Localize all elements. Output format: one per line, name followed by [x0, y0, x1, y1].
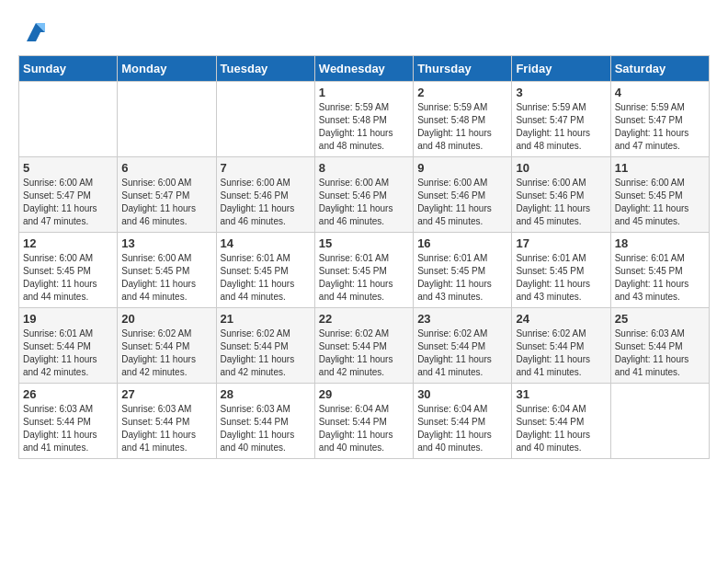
day-info: Sunrise: 6:01 AM Sunset: 5:45 PM Dayligh… [516, 252, 606, 304]
calendar-cell: 23 Sunrise: 6:02 AM Sunset: 5:44 PM Dayl… [414, 308, 512, 384]
calendar-cell: 11 Sunrise: 6:00 AM Sunset: 5:45 PM Dayl… [610, 157, 709, 233]
calendar-cell: 9 Sunrise: 6:00 AM Sunset: 5:46 PM Dayli… [414, 157, 512, 233]
day-info: Sunrise: 6:03 AM Sunset: 5:44 PM Dayligh… [221, 403, 311, 454]
calendar-cell: 4 Sunrise: 5:59 AM Sunset: 5:47 PM Dayli… [610, 82, 709, 157]
day-number: 9 [417, 161, 507, 175]
calendar-week-row: 26 Sunrise: 6:03 AM Sunset: 5:44 PM Dayl… [19, 384, 710, 459]
day-info: Sunrise: 6:00 AM Sunset: 5:46 PM Dayligh… [319, 177, 409, 228]
calendar-table: SundayMondayTuesdayWednesdayThursdayFrid… [18, 55, 710, 459]
day-number: 12 [23, 236, 113, 250]
column-header-monday: Monday [118, 56, 216, 82]
calendar-cell: 13 Sunrise: 6:00 AM Sunset: 5:45 PM Dayl… [118, 233, 216, 308]
day-info: Sunrise: 6:00 AM Sunset: 5:45 PM Dayligh… [121, 252, 211, 304]
day-info: Sunrise: 6:02 AM Sunset: 5:44 PM Dayligh… [221, 327, 311, 379]
calendar-week-row: 5 Sunrise: 6:00 AM Sunset: 5:47 PM Dayli… [19, 157, 710, 233]
calendar-cell: 7 Sunrise: 6:00 AM Sunset: 5:46 PM Dayli… [216, 157, 314, 233]
day-number: 5 [23, 161, 113, 175]
day-number: 28 [221, 387, 311, 401]
day-info: Sunrise: 5:59 AM Sunset: 5:48 PM Dayligh… [319, 101, 409, 153]
day-number: 11 [615, 161, 705, 175]
calendar-cell: 22 Sunrise: 6:02 AM Sunset: 5:44 PM Dayl… [314, 308, 413, 384]
day-number: 30 [417, 387, 507, 401]
calendar-cell: 20 Sunrise: 6:02 AM Sunset: 5:44 PM Dayl… [118, 308, 216, 384]
day-info: Sunrise: 6:00 AM Sunset: 5:46 PM Dayligh… [417, 177, 507, 228]
calendar-header-row: SundayMondayTuesdayWednesdayThursdayFrid… [19, 56, 710, 82]
calendar-week-row: 12 Sunrise: 6:00 AM Sunset: 5:45 PM Dayl… [19, 233, 710, 308]
day-info: Sunrise: 6:03 AM Sunset: 5:44 PM Dayligh… [23, 403, 113, 454]
day-info: Sunrise: 6:02 AM Sunset: 5:44 PM Dayligh… [417, 327, 507, 379]
column-header-saturday: Saturday [610, 56, 709, 82]
day-number: 17 [516, 236, 606, 250]
day-info: Sunrise: 6:00 AM Sunset: 5:46 PM Dayligh… [516, 177, 606, 228]
calendar-cell: 10 Sunrise: 6:00 AM Sunset: 5:46 PM Dayl… [512, 157, 610, 233]
calendar-cell: 29 Sunrise: 6:04 AM Sunset: 5:44 PM Dayl… [314, 384, 413, 459]
day-number: 27 [121, 387, 211, 401]
day-number: 23 [417, 312, 507, 326]
day-number: 3 [516, 86, 606, 99]
calendar-cell [118, 82, 216, 157]
day-number: 18 [615, 236, 705, 250]
column-header-thursday: Thursday [414, 56, 512, 82]
day-info: Sunrise: 6:04 AM Sunset: 5:44 PM Dayligh… [417, 403, 507, 454]
calendar-cell: 21 Sunrise: 6:02 AM Sunset: 5:44 PM Dayl… [216, 308, 314, 384]
calendar-cell: 17 Sunrise: 6:01 AM Sunset: 5:45 PM Dayl… [512, 233, 610, 308]
day-number: 7 [221, 161, 311, 175]
day-info: Sunrise: 5:59 AM Sunset: 5:47 PM Dayligh… [516, 101, 606, 153]
day-number: 14 [221, 236, 311, 250]
calendar-cell: 6 Sunrise: 6:00 AM Sunset: 5:47 PM Dayli… [118, 157, 216, 233]
page-header [18, 18, 710, 46]
day-number: 25 [615, 312, 705, 326]
calendar-cell [610, 384, 709, 459]
day-number: 31 [516, 387, 606, 401]
calendar-week-row: 19 Sunrise: 6:01 AM Sunset: 5:44 PM Dayl… [19, 308, 710, 384]
calendar-cell: 30 Sunrise: 6:04 AM Sunset: 5:44 PM Dayl… [414, 384, 512, 459]
day-info: Sunrise: 6:00 AM Sunset: 5:47 PM Dayligh… [121, 177, 211, 228]
day-info: Sunrise: 6:01 AM Sunset: 5:44 PM Dayligh… [23, 327, 113, 379]
day-number: 15 [319, 236, 409, 250]
calendar-cell [216, 82, 314, 157]
calendar-cell: 25 Sunrise: 6:03 AM Sunset: 5:44 PM Dayl… [610, 308, 709, 384]
day-info: Sunrise: 6:03 AM Sunset: 5:44 PM Dayligh… [615, 327, 705, 379]
day-info: Sunrise: 5:59 AM Sunset: 5:47 PM Dayligh… [615, 101, 705, 153]
day-number: 20 [121, 312, 211, 326]
column-header-sunday: Sunday [19, 56, 118, 82]
day-number: 19 [23, 312, 113, 326]
calendar-cell: 3 Sunrise: 5:59 AM Sunset: 5:47 PM Dayli… [512, 82, 610, 157]
calendar-cell: 31 Sunrise: 6:04 AM Sunset: 5:44 PM Dayl… [512, 384, 610, 459]
logo [18, 18, 50, 46]
day-number: 1 [319, 86, 409, 99]
day-number: 10 [516, 161, 606, 175]
column-header-wednesday: Wednesday [314, 56, 413, 82]
calendar-cell: 24 Sunrise: 6:02 AM Sunset: 5:44 PM Dayl… [512, 308, 610, 384]
column-header-tuesday: Tuesday [216, 56, 314, 82]
calendar-cell: 1 Sunrise: 5:59 AM Sunset: 5:48 PM Dayli… [314, 82, 413, 157]
day-number: 22 [319, 312, 409, 326]
day-info: Sunrise: 6:02 AM Sunset: 5:44 PM Dayligh… [516, 327, 606, 379]
calendar-week-row: 1 Sunrise: 5:59 AM Sunset: 5:48 PM Dayli… [19, 82, 710, 157]
day-info: Sunrise: 6:04 AM Sunset: 5:44 PM Dayligh… [516, 403, 606, 454]
day-info: Sunrise: 6:01 AM Sunset: 5:45 PM Dayligh… [615, 252, 705, 304]
day-info: Sunrise: 6:00 AM Sunset: 5:45 PM Dayligh… [23, 252, 113, 304]
day-number: 2 [417, 86, 507, 99]
calendar-cell: 27 Sunrise: 6:03 AM Sunset: 5:44 PM Dayl… [118, 384, 216, 459]
calendar-cell: 15 Sunrise: 6:01 AM Sunset: 5:45 PM Dayl… [314, 233, 413, 308]
day-number: 26 [23, 387, 113, 401]
day-number: 4 [615, 86, 705, 99]
day-info: Sunrise: 6:01 AM Sunset: 5:45 PM Dayligh… [417, 252, 507, 304]
calendar-cell: 12 Sunrise: 6:00 AM Sunset: 5:45 PM Dayl… [19, 233, 118, 308]
day-info: Sunrise: 6:02 AM Sunset: 5:44 PM Dayligh… [319, 327, 409, 379]
calendar-cell: 8 Sunrise: 6:00 AM Sunset: 5:46 PM Dayli… [314, 157, 413, 233]
day-info: Sunrise: 6:04 AM Sunset: 5:44 PM Dayligh… [319, 403, 409, 454]
logo-icon [22, 18, 50, 46]
day-info: Sunrise: 6:03 AM Sunset: 5:44 PM Dayligh… [121, 403, 211, 454]
day-info: Sunrise: 6:01 AM Sunset: 5:45 PM Dayligh… [319, 252, 409, 304]
calendar-cell: 26 Sunrise: 6:03 AM Sunset: 5:44 PM Dayl… [19, 384, 118, 459]
day-info: Sunrise: 6:01 AM Sunset: 5:45 PM Dayligh… [221, 252, 311, 304]
calendar-cell: 16 Sunrise: 6:01 AM Sunset: 5:45 PM Dayl… [414, 233, 512, 308]
calendar-cell: 19 Sunrise: 6:01 AM Sunset: 5:44 PM Dayl… [19, 308, 118, 384]
day-info: Sunrise: 6:00 AM Sunset: 5:46 PM Dayligh… [221, 177, 311, 228]
calendar-cell: 18 Sunrise: 6:01 AM Sunset: 5:45 PM Dayl… [610, 233, 709, 308]
calendar-cell: 2 Sunrise: 5:59 AM Sunset: 5:48 PM Dayli… [414, 82, 512, 157]
day-number: 13 [121, 236, 211, 250]
day-info: Sunrise: 6:02 AM Sunset: 5:44 PM Dayligh… [121, 327, 211, 379]
